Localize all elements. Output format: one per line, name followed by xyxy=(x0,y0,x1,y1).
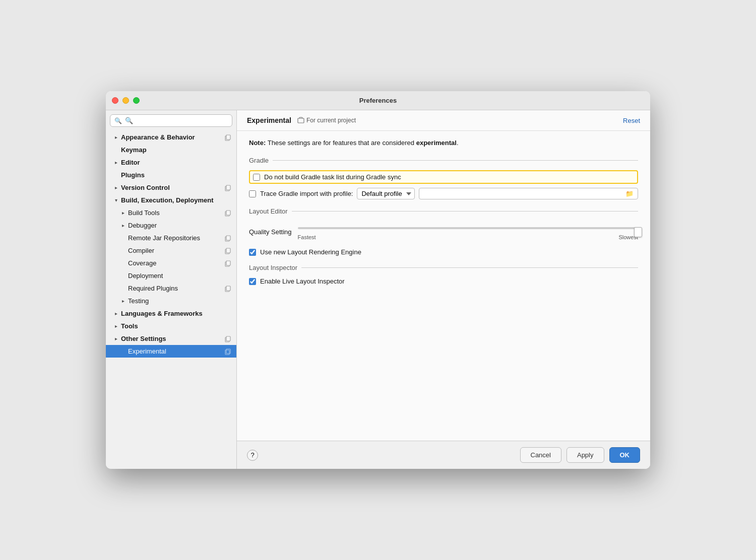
svg-rect-3 xyxy=(226,185,230,190)
new-rendering-label[interactable]: Use new Layout Rendering Engine xyxy=(260,248,361,256)
window-title: Preferences xyxy=(359,97,397,104)
sidebar-item-testing[interactable]: Testing xyxy=(106,295,236,307)
svg-rect-7 xyxy=(226,236,230,240)
sidebar-item-experimental[interactable]: Experimental xyxy=(106,345,236,358)
svg-rect-9 xyxy=(226,248,230,253)
chevron-icon xyxy=(113,323,119,329)
svg-rect-18 xyxy=(298,118,304,123)
minimize-button[interactable] xyxy=(122,97,129,104)
layout-inspector-section-label: Layout Inspector xyxy=(249,264,297,271)
copy-icon xyxy=(224,134,231,141)
layout-editor-section-header: Layout Editor xyxy=(249,207,638,215)
sidebar-item-other-settings[interactable]: Other Settings xyxy=(106,332,236,345)
live-layout-inspector-row: Enable Live Layout Inspector xyxy=(249,277,638,285)
search-box[interactable]: 🔍 xyxy=(110,114,232,127)
main-panel: Experimental For current project Reset N… xyxy=(237,110,650,469)
copy-icon xyxy=(224,209,231,217)
reset-button[interactable]: Reset xyxy=(623,117,640,124)
new-rendering-checkbox[interactable] xyxy=(249,249,256,256)
sidebar-item-required-plugins[interactable]: Required Plugins xyxy=(106,282,236,295)
slider-thumb[interactable] xyxy=(634,227,642,237)
panel-header: Experimental For current project Reset xyxy=(237,110,650,131)
sidebar-item-appearance-behavior[interactable]: Appearance & Behavior xyxy=(106,131,236,144)
quality-slider-container: Fastest Slowest xyxy=(298,223,638,240)
sidebar-item-keymap[interactable]: Keymap xyxy=(106,144,236,156)
profile-file-input[interactable]: 📁 xyxy=(419,188,638,199)
no-build-task-checkbox[interactable] xyxy=(253,174,260,181)
new-rendering-row: Use new Layout Rendering Engine xyxy=(249,248,638,256)
trace-gradle-checkbox[interactable] xyxy=(249,190,256,197)
sidebar-item-label: Other Settings xyxy=(121,335,222,342)
slider-track[interactable] xyxy=(298,223,638,233)
sidebar-item-deployment[interactable]: Deployment xyxy=(106,269,236,282)
bottom-bar: ? Cancel Apply OK xyxy=(237,441,650,469)
sidebar-item-remote-jar[interactable]: Remote Jar Repositories xyxy=(106,232,236,244)
sidebar-item-label: Required Plugins xyxy=(128,285,222,292)
sidebar-item-label: Experimental xyxy=(128,347,222,355)
sidebar-item-build-execution-deployment[interactable]: Build, Execution, Deployment xyxy=(106,194,236,206)
copy-icon xyxy=(224,285,231,292)
main-content-area: 🔍 Appearance & Behavior Keymap Editor xyxy=(106,110,650,469)
note-body: These settings are for features that are… xyxy=(268,139,459,147)
sidebar-item-label: Deployment xyxy=(128,272,231,279)
sidebar-item-label: Keymap xyxy=(121,146,231,154)
sidebar-item-label: Plugins xyxy=(121,171,231,179)
preferences-window: Preferences 🔍 Appearance & Behavior Keym… xyxy=(106,91,650,469)
help-button[interactable]: ? xyxy=(247,450,258,461)
sidebar-item-label: Compiler xyxy=(128,247,222,254)
copy-icon xyxy=(224,335,231,342)
sidebar-item-version-control[interactable]: Version Control xyxy=(106,181,236,194)
layout-editor-section-label: Layout Editor xyxy=(249,207,288,215)
sidebar-item-debugger[interactable]: Debugger xyxy=(106,219,236,232)
live-layout-inspector-checkbox[interactable] xyxy=(249,278,256,285)
chevron-icon xyxy=(120,210,126,216)
sidebar-item-label: Remote Jar Repositories xyxy=(128,234,222,242)
sidebar-item-label: Coverage xyxy=(128,259,222,267)
sidebar-item-label: Languages & Frameworks xyxy=(121,310,231,317)
project-icon xyxy=(297,117,304,124)
search-input[interactable] xyxy=(125,117,228,124)
close-button[interactable] xyxy=(112,97,118,104)
sidebar-item-compiler[interactable]: Compiler xyxy=(106,244,236,257)
profile-select[interactable]: Default profile xyxy=(357,188,415,199)
bottom-buttons: Cancel Apply OK xyxy=(520,447,641,463)
panel-title: Experimental xyxy=(247,116,291,124)
header-tag: For current project xyxy=(297,117,356,124)
layout-inspector-divider xyxy=(301,267,638,268)
note-prefix: Note: xyxy=(249,139,268,147)
svg-rect-5 xyxy=(226,211,230,215)
trace-gradle-row: Trace Gradle import with profile: Defaul… xyxy=(249,188,638,199)
svg-rect-1 xyxy=(226,135,230,139)
trace-gradle-label[interactable]: Trace Gradle import with profile: xyxy=(260,190,353,197)
sidebar-item-plugins[interactable]: Plugins xyxy=(106,169,236,181)
sidebar-item-label: Debugger xyxy=(128,222,231,229)
sidebar-item-build-tools[interactable]: Build Tools xyxy=(106,206,236,219)
fastest-label: Fastest xyxy=(298,234,316,240)
gradle-section-label: Gradle xyxy=(249,157,269,164)
slider-labels: Fastest Slowest xyxy=(298,234,638,240)
sidebar-item-label: Tools xyxy=(121,322,231,330)
folder-icon: 📁 xyxy=(625,190,634,197)
sidebar-item-coverage[interactable]: Coverage xyxy=(106,257,236,269)
sidebar-item-editor[interactable]: Editor xyxy=(106,156,236,169)
sidebar-item-languages-frameworks[interactable]: Languages & Frameworks xyxy=(106,307,236,320)
copy-icon xyxy=(224,348,231,355)
header-tag-label: For current project xyxy=(306,117,356,124)
copy-icon xyxy=(224,184,231,191)
sidebar-item-label: Editor xyxy=(121,159,231,166)
apply-button[interactable]: Apply xyxy=(566,447,604,463)
ok-button[interactable]: OK xyxy=(609,447,641,463)
sidebar-item-label: Build, Execution, Deployment xyxy=(121,196,231,204)
chevron-icon xyxy=(113,160,119,166)
live-layout-inspector-label[interactable]: Enable Live Layout Inspector xyxy=(260,277,345,285)
maximize-button[interactable] xyxy=(133,97,140,104)
copy-icon xyxy=(224,247,231,254)
settings-content: Note: These settings are for features th… xyxy=(237,131,650,441)
sidebar-item-tools[interactable]: Tools xyxy=(106,320,236,332)
chevron-icon xyxy=(120,223,126,229)
search-icon: 🔍 xyxy=(114,117,122,124)
no-build-task-label[interactable]: Do not build Gradle task list during Gra… xyxy=(264,173,401,181)
svg-rect-13 xyxy=(226,286,230,291)
cancel-button[interactable]: Cancel xyxy=(520,447,561,463)
svg-rect-17 xyxy=(226,349,230,354)
